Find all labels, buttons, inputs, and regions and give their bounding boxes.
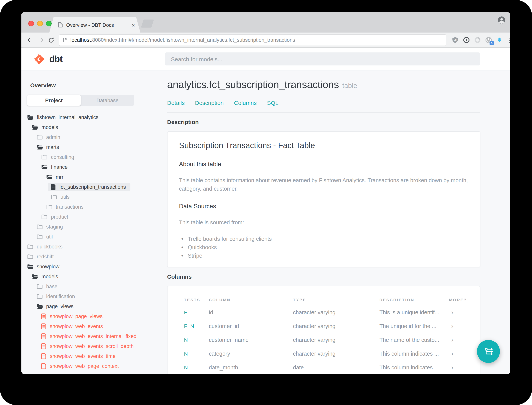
browser-tab-bar: Overview - DBT Docs × — [21, 12, 510, 33]
folder-open-icon — [32, 125, 38, 130]
table-row-customer_id[interactable]: F N customer_id character varying The un… — [168, 319, 468, 333]
cell-type: character varying — [293, 337, 379, 343]
data-sources-list: Trello boards for consulting clientsQuic… — [179, 235, 468, 260]
screenshot-stage: Overview - DBT Docs × localhost:8080/ind… — [0, 0, 532, 405]
lineage-graph-button[interactable] — [477, 340, 500, 363]
url-bar[interactable]: localhost:8080/index.html#!/model/model.… — [59, 34, 446, 46]
model-nav-link-columns[interactable]: Columns — [234, 100, 257, 106]
sidebar-tab-project[interactable]: Project — [27, 95, 81, 106]
window-close-button[interactable] — [28, 21, 34, 27]
tree-item-product[interactable]: product — [27, 212, 157, 222]
row-expand-chevron-icon[interactable]: › — [449, 337, 468, 343]
tree-item-snowplow_web_events_scroll_depth[interactable]: snowplow_web_events_scroll_depth — [27, 341, 157, 351]
forward-arrow-icon[interactable] — [35, 35, 46, 45]
dbt-logo-text: dbt_ — [49, 54, 67, 64]
tree-item-models[interactable]: models — [27, 271, 157, 281]
tree-item-snowplow_web_events_internal_fixed[interactable]: snowplow_web_events_internal_fixed — [27, 331, 157, 341]
model-nav-link-sql[interactable]: SQL — [267, 100, 278, 106]
window-zoom-button[interactable] — [46, 21, 52, 27]
column-header: MORE? — [449, 297, 468, 302]
browser-menu-icon[interactable]: ⋮ — [506, 37, 510, 43]
tree-item-snowplow_web_events[interactable]: snowplow_web_events — [27, 321, 157, 331]
power-icon[interactable]: x — [485, 36, 492, 44]
file-outline-icon — [41, 363, 46, 369]
model-nav-link-details[interactable]: Details — [167, 100, 185, 106]
tree-item-snowplow_page_views[interactable]: snowplow_page_views — [27, 311, 157, 321]
cell-tests: F N — [184, 323, 209, 329]
reload-icon[interactable] — [46, 35, 57, 45]
tree-item-redshift[interactable]: redshift — [27, 251, 157, 262]
tree-item-mrr[interactable]: mrr — [27, 172, 157, 182]
tree-item-base[interactable]: base — [27, 281, 157, 291]
row-expand-chevron-icon[interactable]: › — [449, 364, 468, 371]
onepassword-icon[interactable] — [462, 36, 470, 44]
tree-item-utils[interactable]: utils — [27, 192, 157, 202]
columns-section-heading: Columns — [167, 273, 480, 280]
tree-item-snowplow[interactable]: snowplow — [27, 262, 157, 271]
table-row-id[interactable]: P id character varying This is a unique … — [168, 305, 468, 319]
cell-description: The unique id for the ... — [379, 323, 449, 329]
cell-column: customer_id — [209, 323, 293, 329]
tree-item-identification[interactable]: identification — [27, 291, 157, 301]
back-arrow-icon[interactable] — [25, 35, 35, 45]
row-expand-chevron-icon[interactable]: › — [449, 309, 468, 316]
about-heading: About this table — [179, 160, 468, 169]
model-nav-link-description[interactable]: Description — [195, 100, 224, 106]
svg-text:uO: uO — [453, 39, 457, 41]
folder-open-icon — [37, 304, 43, 309]
tree-item-page_views[interactable]: page_views — [27, 301, 157, 311]
tree-item-marts[interactable]: marts — [27, 142, 157, 152]
tree-item-finance[interactable]: finance — [27, 162, 157, 172]
folder-open-icon — [32, 274, 38, 279]
row-expand-chevron-icon[interactable]: › — [449, 350, 468, 357]
cell-type: date — [293, 364, 379, 371]
tab-favicon-document-icon — [58, 22, 63, 27]
folder-open-icon — [27, 264, 33, 269]
tree-item-fct_subscription_transactions[interactable]: fct_subscription_transactions — [27, 182, 157, 192]
power-badge: x — [490, 41, 494, 45]
tree-item-snowplow_web_events_time[interactable]: snowplow_web_events_time — [27, 351, 157, 361]
folder-icon — [37, 284, 43, 289]
tree-item-util[interactable]: util — [27, 232, 157, 242]
ublock-origin-icon[interactable]: uO — [451, 36, 459, 44]
cell-tests: P — [184, 309, 209, 315]
column-header: DESCRIPTION — [379, 297, 449, 302]
description-card-title: Subscription Transactions - Fact Table — [179, 140, 468, 151]
tree-item-admin[interactable]: admin — [27, 132, 157, 142]
table-row-date_month[interactable]: N date_month date This column indicates … — [168, 361, 468, 374]
file-outline-icon — [41, 313, 46, 319]
cell-description: This column indicates ... — [379, 351, 449, 357]
tree-item-fishtown_internal_analytics[interactable]: fishtown_internal_analytics — [27, 112, 157, 122]
file-solid-icon — [51, 184, 56, 190]
window-minimize-button[interactable] — [37, 21, 43, 27]
data-sources-heading: Data Sources — [179, 202, 468, 210]
file-outline-icon — [41, 343, 46, 349]
tree-item-staging[interactable]: staging — [27, 222, 157, 232]
tree-item-snowplow_web_page_context[interactable]: snowplow_web_page_context — [27, 361, 157, 371]
search-input[interactable] — [165, 53, 480, 66]
table-row-customer_name[interactable]: N customer_name character varying The na… — [168, 333, 468, 347]
browser-tab[interactable]: Overview - DBT Docs × — [49, 17, 140, 33]
tree-item-transactions[interactable]: transactions — [27, 202, 157, 212]
columns-table-body: P id character varying This is a unique … — [168, 305, 468, 374]
cell-column: id — [209, 309, 293, 315]
cell-tests: N — [184, 337, 209, 343]
url-host: localhost — [70, 37, 91, 43]
tree-item-quickbooks[interactable]: quickbooks — [27, 242, 157, 251]
snowflake-icon[interactable]: ❄ — [496, 36, 503, 44]
profile-avatar-icon[interactable] — [498, 16, 506, 26]
tree-item-models[interactable]: models — [27, 122, 157, 132]
cell-column: customer_name — [209, 337, 293, 343]
dbt-logo[interactable]: dbt_ — [33, 48, 67, 70]
lineage-graph-icon — [483, 346, 493, 357]
loop-icon[interactable] — [473, 36, 481, 44]
table-row-category[interactable]: N category character varying This column… — [168, 347, 468, 361]
row-expand-chevron-icon[interactable]: › — [449, 323, 468, 330]
tab-close-icon[interactable]: × — [131, 22, 135, 28]
new-tab-button[interactable] — [141, 20, 154, 27]
tree-item-consulting[interactable]: consulting — [27, 152, 157, 162]
cell-column: category — [209, 351, 293, 357]
sidebar-tab-database[interactable]: Database — [81, 95, 134, 106]
cell-tests: N — [184, 351, 209, 357]
folder-icon — [37, 294, 43, 299]
